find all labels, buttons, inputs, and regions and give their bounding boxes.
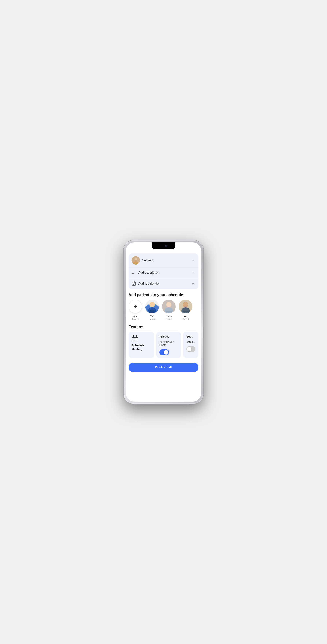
patient-diara-item[interactable]: Diara Patient bbox=[162, 300, 176, 320]
patient-you-item[interactable]: You Patient bbox=[145, 300, 159, 320]
svg-point-27 bbox=[133, 340, 134, 340]
svg-point-28 bbox=[135, 340, 135, 340]
svg-point-26 bbox=[136, 338, 136, 339]
set-visit-plus-button[interactable]: + bbox=[190, 258, 195, 263]
svg-point-2 bbox=[134, 258, 137, 260]
set-timer-toggle[interactable] bbox=[186, 346, 195, 352]
schedule-meeting-card[interactable]: Schedule Meeting bbox=[128, 332, 154, 358]
set-visit-row[interactable]: Set visit + bbox=[128, 254, 199, 268]
you-patient-name: You bbox=[150, 314, 154, 318]
add-patient-name: Add bbox=[133, 314, 137, 318]
diara-avatar bbox=[162, 300, 176, 314]
add-patients-section: Add patients to your schedule + Add Pati… bbox=[126, 289, 201, 321]
add-description-left: Add description bbox=[132, 271, 159, 274]
add-description-row[interactable]: Add description + bbox=[128, 268, 199, 278]
features-section: Features bbox=[126, 321, 201, 359]
privacy-card[interactable]: Privacy Make this visit private bbox=[156, 332, 181, 358]
schedule-icon bbox=[132, 335, 138, 342]
svg-point-25 bbox=[135, 338, 135, 339]
calendar-icon bbox=[132, 281, 136, 286]
add-description-plus-button[interactable]: + bbox=[190, 270, 195, 275]
phone-screen: Set visit + Add description + bbox=[126, 242, 201, 402]
harry-patient-role: Patient bbox=[182, 318, 189, 320]
add-patients-title: Add patients to your schedule bbox=[128, 293, 199, 297]
svg-point-11 bbox=[150, 302, 154, 307]
top-card: Set visit + Add description + bbox=[128, 254, 199, 289]
privacy-toggle-slider bbox=[159, 350, 169, 355]
camera-dot bbox=[165, 245, 167, 247]
add-calendar-left: Add to calender bbox=[132, 281, 160, 286]
set-timer-card[interactable]: Set t Set a t... bbox=[183, 332, 199, 358]
set-visit-label: Set visit bbox=[142, 259, 153, 262]
notch bbox=[152, 242, 175, 249]
features-row: Schedule Meeting Privacy Make this visit… bbox=[128, 332, 199, 359]
patient-harry-item[interactable]: Harry Patient bbox=[179, 300, 192, 320]
add-description-label: Add description bbox=[138, 271, 159, 274]
book-call-wrapper: Book a call bbox=[126, 359, 201, 378]
privacy-toggle[interactable] bbox=[159, 350, 169, 355]
screen-content[interactable]: Set visit + Add description + bbox=[126, 251, 201, 402]
svg-point-24 bbox=[133, 338, 134, 339]
set-visit-left: Set visit bbox=[132, 256, 153, 264]
svg-point-19 bbox=[183, 302, 188, 307]
set-timer-desc: Set a t... bbox=[186, 340, 195, 344]
harry-avatar bbox=[179, 300, 192, 314]
patients-row: + Add Patient bbox=[128, 300, 199, 321]
privacy-desc: Make this visit private bbox=[159, 340, 178, 347]
svg-point-15 bbox=[167, 302, 171, 307]
svg-rect-3 bbox=[132, 282, 136, 286]
you-patient-role: Patient bbox=[149, 318, 155, 320]
patient-add-item[interactable]: + Add Patient bbox=[128, 300, 142, 320]
set-timer-toggle-slider bbox=[186, 346, 195, 352]
add-calendar-label: Add to calender bbox=[138, 282, 160, 285]
set-timer-toggle-wrapper[interactable] bbox=[186, 346, 195, 352]
privacy-title: Privacy bbox=[159, 335, 178, 338]
schedule-meeting-title: Schedule Meeting bbox=[132, 344, 151, 351]
lines-icon bbox=[132, 272, 136, 274]
book-call-button[interactable]: Book a call bbox=[128, 363, 199, 372]
diara-patient-role: Patient bbox=[166, 318, 172, 320]
set-timer-title: Set t bbox=[186, 335, 195, 338]
add-calendar-plus-button[interactable]: + bbox=[190, 281, 195, 286]
add-calendar-row[interactable]: Add to calender + bbox=[128, 278, 199, 289]
add-patient-circle[interactable]: + bbox=[128, 300, 142, 314]
diara-patient-name: Diara bbox=[166, 314, 172, 318]
features-title: Features bbox=[128, 325, 199, 329]
privacy-toggle-wrapper[interactable] bbox=[159, 350, 178, 355]
svg-point-7 bbox=[134, 284, 134, 285]
phone-wrapper: Set visit + Add description + bbox=[124, 240, 203, 404]
add-patient-role: Patient bbox=[132, 318, 139, 320]
harry-patient-name: Harry bbox=[183, 314, 189, 318]
user-avatar bbox=[132, 256, 140, 264]
you-avatar bbox=[145, 300, 159, 314]
